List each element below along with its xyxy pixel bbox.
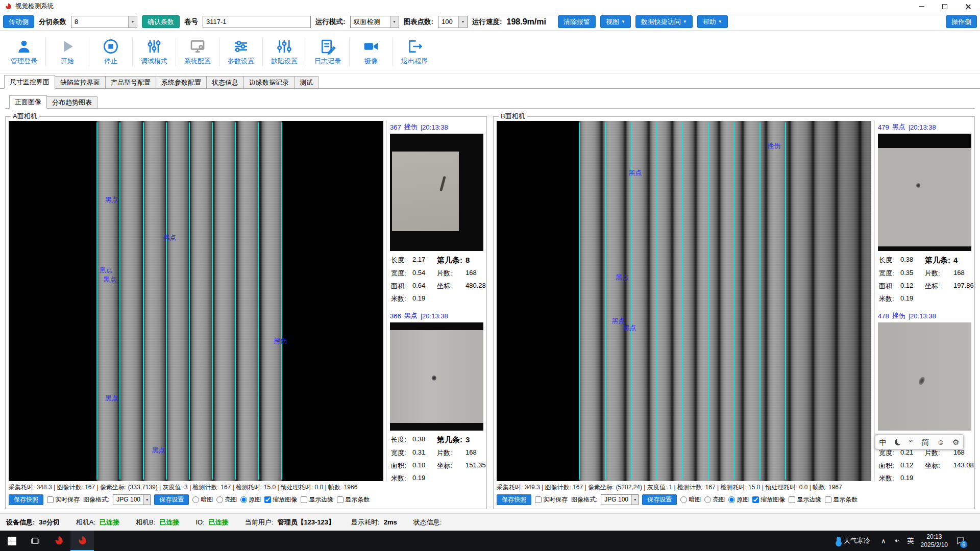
taskbar-app-button[interactable] (47, 531, 70, 551)
data-quick-access-button[interactable]: 数据快捷访问 ▼ (635, 15, 693, 28)
zoom-image-input[interactable] (264, 496, 271, 503)
subtab-front-image[interactable]: 正面图像 (9, 95, 47, 109)
zoom-image-input[interactable] (752, 496, 759, 503)
clear-alarm-button[interactable]: 清除报警 (558, 15, 596, 28)
stop-label: 停止 (104, 57, 117, 66)
input-language-indicator[interactable]: 英 (906, 536, 916, 545)
ime-simplified-toggle[interactable]: 简 (921, 438, 929, 446)
realtime-save-input[interactable] (535, 496, 542, 503)
show-strips-input[interactable] (825, 496, 831, 503)
bright-image-radio[interactable]: 亮图 (216, 495, 237, 504)
clock[interactable]: 20:13 2025/2/10 (921, 533, 948, 549)
bright-image-radio[interactable]: 亮图 (704, 495, 725, 504)
capture-button[interactable]: 摄像 (351, 38, 391, 66)
camera-a-status-line: 采集耗时: 348.3 | 图像计数: 167 | 像素坐标: (333,713… (9, 482, 483, 492)
tab-defect-monitor[interactable]: 缺陷监控界面 (55, 76, 106, 89)
defect-card-header[interactable]: 479 黑点 |20:13:38 (878, 121, 971, 134)
show-edges-checkbox[interactable]: 显示边缘 (789, 495, 821, 504)
emoji-icon[interactable]: ☺ (937, 438, 944, 446)
start-button[interactable]: 开始 (47, 38, 87, 66)
maximize-button[interactable] (933, 0, 957, 13)
ime-toolbar: 中 °’ 简 ☺ ⚙ (875, 434, 964, 449)
original-image-input[interactable] (240, 496, 247, 503)
help-menu-button[interactable]: 帮助 ▼ (697, 15, 728, 28)
status-info-label: 状态信息: (413, 518, 442, 527)
show-edges-input[interactable] (789, 496, 795, 503)
defect-card-header[interactable]: 478 挫伤 |20:13:38 (878, 310, 971, 322)
defect-card-header[interactable]: 366 黑点 |20:13:38 (390, 310, 483, 322)
tab-status-info[interactable]: 状态信息 (206, 76, 244, 89)
tab-edge-data-record[interactable]: 边缘数据记录 (243, 76, 295, 89)
save-settings-button[interactable]: 保存设置 (154, 494, 189, 505)
camera-b-panel: B面相机 挫伤 黑点 黑点 黑点 (493, 112, 975, 509)
dark-image-radio[interactable]: 暗图 (680, 495, 701, 504)
weather-tray-item[interactable]: 天气寒冷 (832, 531, 874, 551)
dark-image-input[interactable] (680, 496, 687, 503)
tab-product-model-config[interactable]: 产品型号配置 (105, 76, 156, 89)
tab-test[interactable]: 测试 (294, 76, 318, 89)
show-strips-checkbox[interactable]: 显示条数 (825, 495, 857, 504)
defect-thumbnail (390, 322, 483, 431)
view-menu-button[interactable]: 视图 ▼ (600, 15, 631, 28)
stop-button[interactable]: 停止 (91, 38, 131, 66)
show-strips-checkbox[interactable]: 显示条数 (337, 495, 370, 504)
admin-login-button[interactable]: 管理登录 (4, 38, 44, 66)
start-menu-button[interactable] (0, 531, 23, 551)
run-mode-select[interactable]: 双面检测 ▼ (350, 16, 399, 28)
strip-divider-line (785, 122, 786, 480)
defect-card-header[interactable]: 367 挫伤 |20:13:38 (390, 121, 483, 134)
bright-image-input[interactable] (216, 496, 223, 503)
bright-image-input[interactable] (704, 496, 711, 503)
image-format-select[interactable]: JPG 100 ▼ (113, 494, 151, 505)
realtime-save-input[interactable] (47, 496, 54, 503)
dark-image-radio[interactable]: 暗图 (192, 495, 213, 504)
tab-size-monitor[interactable]: 尺寸监控界面 (4, 75, 55, 89)
taskbar-app-button-active[interactable] (70, 531, 94, 551)
settings-gear-icon[interactable]: ⚙ (952, 438, 959, 446)
drive-side-button[interactable]: 传动侧 (3, 15, 34, 28)
system-config-button[interactable]: 系统配置 (178, 38, 217, 66)
save-settings-button[interactable]: 保存设置 (642, 494, 677, 505)
ime-language-toggle[interactable]: 中 (879, 438, 887, 446)
subtab-distribution-chart[interactable]: 分布趋势图表 (46, 96, 97, 109)
realtime-save-checkbox[interactable]: 实时保存 (535, 495, 568, 504)
close-button[interactable] (957, 0, 980, 13)
moon-icon[interactable] (895, 439, 901, 445)
width-label: 宽度: (879, 448, 900, 458)
show-strips-input[interactable] (337, 496, 344, 503)
defect-settings-button[interactable]: 缺陷设置 (264, 38, 304, 66)
windows-logo-icon (8, 537, 16, 545)
original-image-radio[interactable]: 原图 (728, 495, 749, 504)
ime-punctuation-toggle[interactable]: °’ (909, 438, 914, 446)
original-image-input[interactable] (728, 496, 735, 503)
log-record-button[interactable]: 日志记录 (308, 38, 348, 66)
roll-number-input[interactable] (203, 16, 311, 28)
debug-mode-button[interactable]: 调试模式 (134, 38, 174, 66)
original-image-radio[interactable]: 原图 (240, 495, 261, 504)
action-center-button[interactable]: 6 (953, 531, 968, 551)
minimize-button[interactable] (910, 0, 933, 13)
show-edges-input[interactable] (301, 496, 307, 503)
realtime-save-checkbox[interactable]: 实时保存 (47, 495, 80, 504)
speaker-muted-icon[interactable] (893, 537, 901, 545)
param-settings-button[interactable]: 参数设置 (221, 38, 261, 66)
strip-divider-line (682, 122, 683, 480)
image-format-select[interactable]: JPG 100 ▼ (601, 494, 639, 505)
dark-image-input[interactable] (192, 496, 199, 503)
zoom-image-checkbox[interactable]: 缩放图像 (752, 495, 785, 504)
tab-system-param-config[interactable]: 系统参数配置 (156, 76, 207, 89)
task-view-button[interactable] (23, 531, 47, 551)
zoom-image-checkbox[interactable]: 缩放图像 (264, 495, 297, 504)
chart-points-select[interactable]: 100 ▼ (438, 16, 468, 28)
exit-program-button[interactable]: 退出程序 (395, 38, 434, 66)
tray-expand-button[interactable]: ∧ (879, 537, 888, 545)
defect-annotation: 黑点 (105, 394, 118, 403)
show-edges-checkbox[interactable]: 显示边缘 (301, 495, 333, 504)
toolbar-separator (89, 38, 89, 66)
slit-count-select[interactable]: 8 ▼ (71, 16, 137, 28)
save-snapshot-button[interactable]: 保存快照 (9, 494, 43, 505)
save-snapshot-button[interactable]: 保存快照 (497, 494, 531, 505)
confirm-count-button[interactable]: 确认条数 (142, 15, 180, 28)
operator-side-button[interactable]: 操作侧 (946, 15, 977, 28)
strip-divider-line (733, 122, 734, 480)
